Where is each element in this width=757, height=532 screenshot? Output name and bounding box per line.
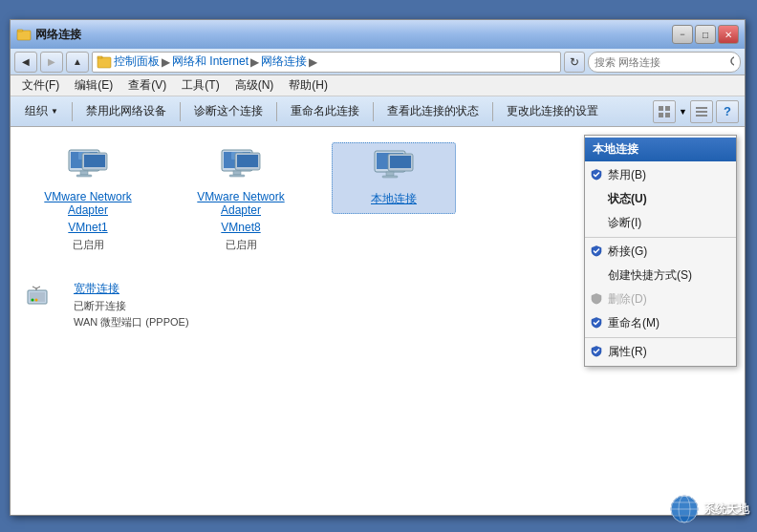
shield-icon-rename [591, 316, 602, 330]
toolbar-separator-2 [180, 102, 181, 121]
svg-rect-17 [76, 175, 92, 177]
toolbar-right: ▼ ? [653, 100, 739, 123]
menu-advanced[interactable]: 高级(N) [227, 75, 282, 96]
toolbar-separator-4 [373, 102, 374, 121]
context-menu-bridge[interactable]: 桥接(G) [585, 240, 736, 264]
close-button[interactable]: ✕ [718, 25, 739, 44]
broadband-info: 宽带连接 已断开连接 WAN 微型端口 (PPPOE) [74, 281, 189, 330]
svg-rect-6 [659, 106, 663, 111]
svg-rect-3 [97, 56, 102, 58]
broadband-status: 已断开连接 [74, 299, 189, 313]
toolbar-separator-1 [72, 102, 73, 121]
help-button[interactable]: ? [716, 100, 739, 123]
context-menu-header: 本地连接 [585, 138, 736, 161]
menu-bar: 文件(F) 编辑(E) 查看(V) 工具(T) 高级(N) 帮助(H) [11, 75, 745, 96]
svg-rect-2 [97, 57, 111, 68]
title-buttons: － □ ✕ [672, 25, 739, 44]
list-view-button[interactable] [690, 100, 713, 123]
main-window: 网络连接 － □ ✕ ◀ ▶ ▲ 控制面板 ▶ 网络和 Internet ▶ 网… [10, 19, 746, 516]
toolbar-view-status-button[interactable]: 查看此连接的状态 [378, 99, 487, 124]
shield-icon-disable [591, 168, 602, 182]
svg-rect-8 [659, 113, 663, 117]
toolbar-separator-5 [492, 102, 493, 121]
toolbar-rename-button[interactable]: 重命名此连接 [282, 99, 368, 124]
search-icon [730, 56, 734, 68]
svg-rect-29 [386, 172, 394, 176]
network-item-vmnet8[interactable]: VMware Network Adapter VMnet8 已启用 [179, 142, 303, 258]
svg-rect-0 [17, 31, 31, 40]
svg-rect-16 [80, 171, 88, 175]
broadband-name[interactable]: 宽带连接 [74, 281, 189, 297]
context-menu-separator-2 [585, 337, 736, 338]
vmnet8-label-line1: VMware Network Adapter [184, 190, 297, 217]
svg-rect-30 [382, 176, 398, 178]
menu-help[interactable]: 帮助(H) [281, 75, 335, 96]
up-button[interactable]: ▲ [66, 52, 89, 73]
context-menu-rename[interactable]: 重命名(M) [585, 311, 736, 335]
network-item-vmnet1[interactable]: VMware Network Adapter VMnet1 已启用 [26, 142, 150, 258]
shield-icon-properties [591, 345, 602, 359]
toolbar-separator-3 [276, 102, 277, 121]
svg-rect-1 [17, 30, 23, 32]
vmnet1-label-line1: VMware Network Adapter [32, 190, 144, 217]
breadcrumb-item-network-connections[interactable]: 网络连接 [261, 53, 307, 70]
context-menu: 本地连接 禁用(B) 状态(U) 诊断(I) [584, 135, 737, 367]
toolbar-change-settings-button[interactable]: 更改此连接的设置 [498, 99, 607, 124]
context-menu-separator-1 [585, 237, 736, 238]
refresh-button[interactable]: ↻ [564, 52, 585, 73]
search-box [588, 52, 741, 73]
svg-rect-23 [233, 171, 241, 175]
svg-rect-32 [390, 156, 411, 168]
context-menu-disable[interactable]: 禁用(B) [585, 163, 736, 187]
svg-line-39 [36, 287, 40, 288]
menu-file[interactable]: 文件(F) [14, 75, 67, 96]
window-icon [16, 27, 32, 42]
context-menu-properties[interactable]: 属性(R) [585, 340, 736, 364]
vmnet1-icon [65, 148, 111, 186]
view-dropdown-arrow[interactable]: ▼ [679, 107, 687, 117]
view-icon [658, 105, 671, 118]
menu-tools[interactable]: 工具(T) [174, 75, 227, 96]
back-button[interactable]: ◀ [14, 52, 37, 73]
context-menu-create-shortcut[interactable]: 创建快捷方式(S) [585, 264, 736, 287]
toolbar-organize-button[interactable]: 组织 ▼ [16, 99, 67, 124]
menu-view[interactable]: 查看(V) [120, 75, 174, 96]
maximize-button[interactable]: □ [695, 25, 716, 44]
menu-edit[interactable]: 编辑(E) [67, 75, 120, 96]
context-menu-status[interactable]: 状态(U) [585, 187, 736, 211]
svg-line-38 [32, 287, 36, 288]
broadband-icon [26, 281, 64, 311]
list-icon [695, 105, 708, 118]
shield-icon-bridge [591, 245, 602, 259]
forward-button[interactable]: ▶ [40, 52, 63, 73]
title-bar: 网络连接 － □ ✕ [11, 20, 745, 49]
svg-rect-26 [237, 155, 258, 167]
svg-rect-7 [665, 106, 670, 111]
broadband-type: WAN 微型端口 (PPPOE) [74, 315, 189, 330]
svg-rect-9 [665, 113, 670, 117]
toolbar-diagnose-button[interactable]: 诊断这个连接 [185, 99, 271, 124]
watermark-label: 系统天地 [703, 501, 749, 518]
content-area: VMware Network Adapter VMnet1 已启用 [11, 127, 745, 515]
svg-rect-24 [229, 175, 245, 177]
toolbar: 组织 ▼ 禁用此网络设备 诊断这个连接 重命名此连接 查看此连接的状态 更改此连… [11, 96, 745, 127]
shield-icon-delete [591, 292, 602, 307]
title-bar-left: 网络连接 [16, 27, 81, 43]
watermark: 系统天地 [669, 494, 749, 524]
vmnet8-icon [218, 148, 264, 186]
watermark-globe-icon [669, 494, 700, 524]
window-title: 网络连接 [35, 27, 81, 43]
vmnet1-status: 已启用 [73, 238, 104, 252]
minimize-button[interactable]: － [672, 25, 693, 44]
vmnet8-status: 已启用 [226, 238, 257, 252]
toolbar-disable-device-button[interactable]: 禁用此网络设备 [77, 99, 175, 124]
search-input[interactable] [595, 56, 726, 68]
change-view-button[interactable] [653, 100, 676, 123]
breadcrumb: 控制面板 ▶ 网络和 Internet ▶ 网络连接 ▶ [92, 52, 561, 73]
local-connection-icon [371, 149, 417, 187]
svg-rect-10 [696, 107, 707, 109]
breadcrumb-item-control-panel[interactable]: 控制面板 [114, 53, 160, 70]
breadcrumb-item-network-internet[interactable]: 网络和 Internet [172, 53, 249, 70]
context-menu-diagnose[interactable]: 诊断(I) [585, 211, 736, 235]
network-item-local[interactable]: 本地连接 [332, 142, 456, 214]
